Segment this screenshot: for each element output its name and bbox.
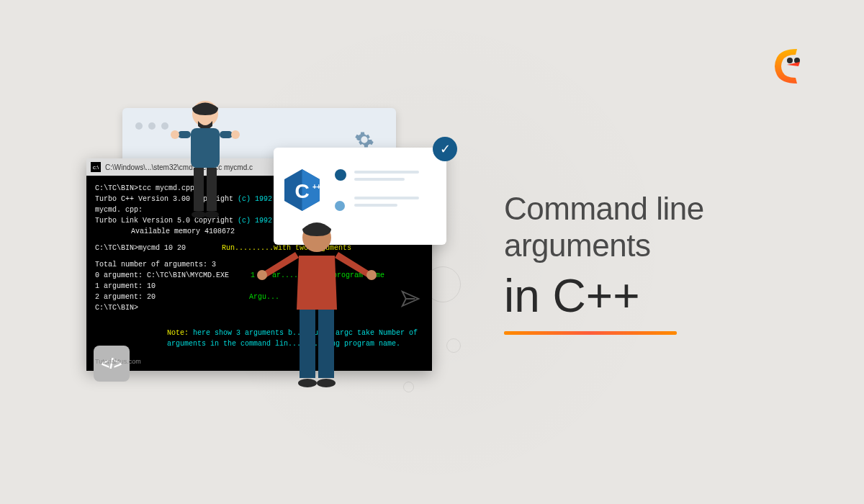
svg-point-18 [366, 270, 377, 280]
svg-point-10 [171, 130, 179, 139]
card-bullets [335, 169, 346, 211]
headline-underline [504, 331, 677, 335]
svg-point-22 [317, 379, 336, 387]
svg-rect-20 [318, 310, 334, 378]
svg-point-14 [192, 211, 206, 218]
headline-line-2: in C++ [504, 269, 792, 323]
svg-text:C: C [294, 180, 309, 202]
svg-point-17 [257, 270, 267, 280]
headline-line-1b: arguments [504, 228, 792, 264]
illustration-composition: c:\ C:\Windows\...\stem32\cmd.exe - tcc … [86, 108, 461, 410]
cmd-icon: c:\ [91, 162, 101, 172]
svg-point-0 [787, 58, 793, 63]
svg-rect-7 [191, 128, 220, 168]
svg-text:++: ++ [312, 183, 321, 191]
page-headline: Command line arguments in C++ [504, 191, 792, 335]
svg-point-15 [204, 211, 219, 218]
svg-rect-9 [220, 131, 233, 138]
svg-rect-19 [300, 310, 315, 378]
cpp-logo-icon: C ++ [282, 168, 322, 212]
gear-icon [354, 130, 374, 150]
brand-logo [767, 43, 806, 90]
person-illustration-2 [252, 216, 382, 418]
svg-rect-8 [178, 131, 191, 138]
svg-point-11 [231, 130, 240, 139]
decor-circle [403, 382, 414, 392]
svg-rect-12 [194, 168, 204, 211]
decor-circle [446, 338, 461, 353]
decor-circle [425, 266, 461, 302]
svg-rect-13 [207, 168, 217, 211]
svg-point-21 [298, 379, 317, 387]
send-icon [400, 288, 421, 310]
headline-line-1: Command line [504, 191, 792, 228]
check-icon: ✓ [433, 137, 457, 161]
card-placeholder-lines [354, 171, 419, 211]
watermark-text: Tutorial4us.com [95, 358, 141, 365]
person-illustration-1 [162, 94, 248, 238]
